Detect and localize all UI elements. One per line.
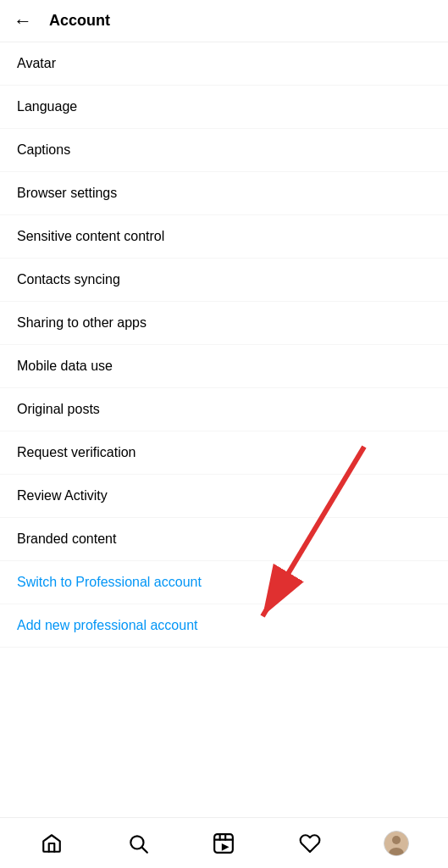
menu-item-label-contacts-syncing: Contacts syncing [17,272,120,287]
menu-item-label-sensitive-content: Sensitive content control [17,229,164,244]
nav-profile[interactable] [375,822,418,865]
menu-item-captions[interactable]: Captions [0,129,448,172]
menu-item-label-branded-content: Branded content [17,531,116,547]
heart-icon [299,832,321,854]
search-icon [127,832,149,854]
nav-home[interactable] [30,822,73,865]
home-icon [41,832,63,854]
menu-item-label-mobile-data: Mobile data use [17,359,113,374]
menu-item-mobile-data[interactable]: Mobile data use [0,345,448,388]
page-title: Account [49,12,110,30]
menu-item-switch-professional[interactable]: Switch to Professional account [0,561,448,604]
menu-item-label-sharing-other-apps: Sharing to other apps [17,315,147,331]
menu-item-add-professional[interactable]: Add new professional account [0,604,448,648]
avatar-icon [384,832,408,855]
nav-search[interactable] [117,822,159,865]
menu-item-label-switch-professional: Switch to Professional account [17,575,202,590]
menu-item-review-activity[interactable]: Review Activity [0,475,448,518]
header: ← Account [0,0,448,42]
reels-icon [213,832,235,854]
nav-reels[interactable] [202,822,245,865]
menu-item-original-posts[interactable]: Original posts [0,388,448,431]
menu-item-request-verification[interactable]: Request verification [0,431,448,475]
svg-point-10 [392,836,401,844]
menu-item-label-language: Language [17,99,77,114]
menu-list: AvatarLanguageCaptionsBrowser settingsSe… [0,42,448,648]
svg-marker-8 [222,843,230,851]
bottom-nav [0,817,448,868]
menu-item-branded-content[interactable]: Branded content [0,518,448,561]
svg-line-3 [142,847,147,852]
menu-item-label-add-professional: Add new professional account [17,618,197,633]
menu-item-label-original-posts: Original posts [17,402,100,417]
menu-item-label-browser-settings: Browser settings [17,186,117,201]
menu-item-language[interactable]: Language [0,86,448,129]
profile-avatar [384,831,409,856]
content-area: AvatarLanguageCaptionsBrowser settingsSe… [0,42,448,817]
menu-item-label-review-activity: Review Activity [17,488,108,504]
nav-activity[interactable] [289,822,331,865]
menu-item-sensitive-content[interactable]: Sensitive content control [0,215,448,259]
menu-item-avatar[interactable]: Avatar [0,42,448,86]
back-button[interactable]: ← [14,10,32,32]
menu-item-label-avatar: Avatar [17,56,56,71]
menu-item-label-captions: Captions [17,142,70,158]
menu-item-browser-settings[interactable]: Browser settings [0,172,448,215]
menu-item-sharing-other-apps[interactable]: Sharing to other apps [0,302,448,345]
menu-item-contacts-syncing[interactable]: Contacts syncing [0,259,448,302]
menu-item-label-request-verification: Request verification [17,445,136,460]
